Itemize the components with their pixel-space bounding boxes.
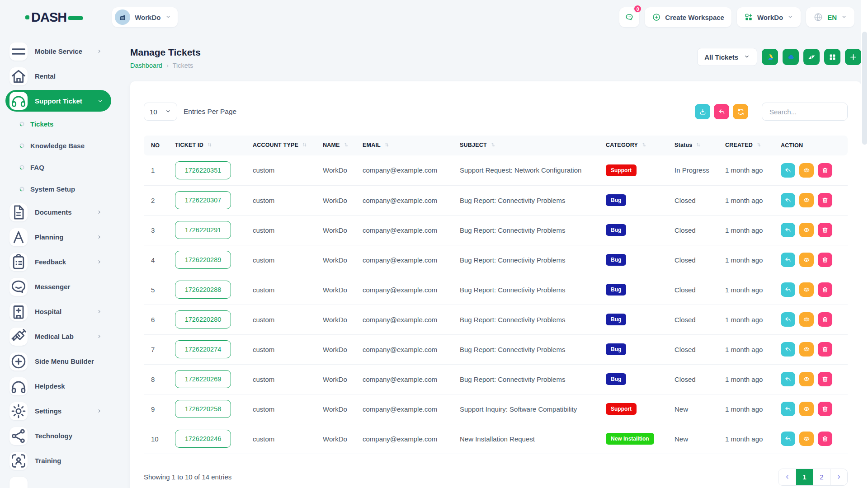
ticket-id-button[interactable]: 1726220246 <box>175 430 231 448</box>
reply-button[interactable] <box>781 253 795 267</box>
chevron-right-icon <box>835 474 842 480</box>
view-button[interactable] <box>799 282 814 297</box>
eye-icon <box>803 405 810 413</box>
sidebar-item-partial[interactable] <box>9 477 28 488</box>
view-button[interactable] <box>799 372 814 386</box>
reply-button[interactable] <box>781 163 795 178</box>
workspace-switcher[interactable]: WorkDo <box>112 7 178 27</box>
breadcrumb-dashboard-link[interactable]: Dashboard <box>130 62 162 69</box>
ticket-id-button[interactable]: 1726220291 <box>175 221 231 239</box>
delete-button[interactable] <box>818 163 832 178</box>
row-no: 5 <box>144 275 168 305</box>
workdo-menu-button[interactable]: WorkDo <box>737 7 801 27</box>
sidebar-subitem-tickets[interactable]: Tickets <box>0 113 114 135</box>
delete-button[interactable] <box>818 193 832 207</box>
reply-button[interactable] <box>781 432 795 446</box>
ticket-filter-select[interactable]: All Tickets <box>697 48 757 66</box>
reset-button[interactable] <box>714 104 729 119</box>
sidebar-subitem-system-setup[interactable]: System Setup <box>0 178 114 200</box>
sidebar-item-settings[interactable]: Settings <box>0 399 114 423</box>
create-workspace-button[interactable]: Create Workspace <box>645 7 731 27</box>
language-button[interactable]: EN <box>806 7 854 27</box>
column-category[interactable]: CATEGORY <box>599 136 667 155</box>
grid-view-button[interactable] <box>824 49 840 65</box>
ticket-id-button[interactable]: 1726220269 <box>175 370 231 388</box>
zendesk-button[interactable] <box>803 49 820 65</box>
column-label: CATEGORY <box>606 142 638 148</box>
view-button[interactable] <box>799 163 814 178</box>
ticket-id-button[interactable]: 1726220289 <box>175 251 231 269</box>
ticket-id-button[interactable]: 1726220274 <box>175 340 231 358</box>
sidebar-item-documents[interactable]: Documents <box>0 200 114 225</box>
delete-button[interactable] <box>818 342 832 357</box>
sidebar-item-technology[interactable]: Technology <box>0 423 114 448</box>
view-button[interactable] <box>799 253 814 267</box>
reload-button[interactable] <box>733 104 748 119</box>
sidebar-item-mobile-service[interactable]: Mobile Service <box>0 39 114 64</box>
view-button[interactable] <box>799 193 814 207</box>
column-email[interactable]: EMAIL <box>355 136 453 155</box>
pagination: 12 <box>778 469 848 486</box>
ticket-id-button[interactable]: 1726220288 <box>175 281 231 299</box>
sidebar-item-planning[interactable]: Planning <box>0 225 114 249</box>
sidebar-subitem-faq[interactable]: FAQ <box>0 156 114 178</box>
sidebar-item-medical-lab[interactable]: Medical Lab <box>0 324 114 349</box>
export-button[interactable] <box>695 104 710 119</box>
view-button[interactable] <box>799 223 814 237</box>
sidebar-item-rental[interactable]: Rental <box>0 64 114 89</box>
pagination-page-2[interactable]: 2 <box>813 469 830 485</box>
eye-icon <box>803 435 810 442</box>
view-button[interactable] <box>799 312 814 327</box>
view-button[interactable] <box>799 402 814 416</box>
pagination-next-button[interactable] <box>830 469 847 485</box>
column-name[interactable]: NAME <box>316 136 355 155</box>
reply-button[interactable] <box>781 312 795 327</box>
sidebar-item-support-ticket[interactable]: Support Ticket <box>5 90 111 112</box>
reply-button[interactable] <box>781 223 795 237</box>
trash-icon <box>821 405 829 413</box>
delete-button[interactable] <box>818 223 832 237</box>
reply-button[interactable] <box>781 282 795 297</box>
reply-button[interactable] <box>781 342 795 357</box>
search-input[interactable] <box>762 103 848 121</box>
column-subject[interactable]: SUBJECT <box>453 136 599 155</box>
table-row: 10 1726220246 custom WorkDo company@exam… <box>144 424 848 454</box>
sidebar-item-side-menu-builder[interactable]: Side Menu Builder <box>0 349 114 374</box>
sidebar-item-feedback[interactable]: Feedback <box>0 249 114 274</box>
pagination-prev-button[interactable] <box>778 469 796 485</box>
ticket-id-button[interactable]: 1726220258 <box>175 400 231 418</box>
column-account-type[interactable]: ACCOUNT TYPE <box>245 136 316 155</box>
ticket-id-button[interactable]: 1726220351 <box>175 161 231 179</box>
reply-icon <box>784 346 792 353</box>
view-button[interactable] <box>799 342 814 357</box>
google-drive-button[interactable] <box>762 49 778 65</box>
delete-button[interactable] <box>818 282 832 297</box>
add-ticket-button[interactable] <box>845 49 861 65</box>
entries-per-page-select[interactable]: 10 <box>144 103 177 121</box>
delete-button[interactable] <box>818 253 832 267</box>
delete-button[interactable] <box>818 432 832 446</box>
reply-button[interactable] <box>781 193 795 207</box>
reply-button[interactable] <box>781 372 795 386</box>
column-ticket-id[interactable]: TICKET ID <box>168 136 245 155</box>
messages-button[interactable]: 0 <box>619 7 639 27</box>
sidebar-subitem-knowledge-base[interactable]: Knowledge Base <box>0 135 114 156</box>
column-created[interactable]: CREATED <box>718 136 774 155</box>
sidebar-item-training[interactable]: Training <box>0 448 114 473</box>
sidebar-item-messenger[interactable]: Messenger <box>0 274 114 299</box>
reply-button[interactable] <box>781 402 795 416</box>
delete-button[interactable] <box>818 402 832 416</box>
column-status[interactable]: Status <box>667 136 718 155</box>
sidebar-item-helpdesk[interactable]: Helpdesk <box>0 374 114 399</box>
ticket-id-button[interactable]: 1726220280 <box>175 310 231 328</box>
ticket-id-button[interactable]: 1726220307 <box>175 191 231 209</box>
view-button[interactable] <box>799 432 814 446</box>
pagination-page-1[interactable]: 1 <box>796 469 813 485</box>
scrollbar-thumb[interactable] <box>862 32 867 145</box>
delete-button[interactable] <box>818 312 832 327</box>
sidebar-item-hospital[interactable]: Hospital <box>0 299 114 324</box>
onedrive-button[interactable] <box>783 49 799 65</box>
ticket-name: WorkDo <box>316 215 355 245</box>
scrollbar[interactable] <box>861 0 868 488</box>
delete-button[interactable] <box>818 372 832 386</box>
